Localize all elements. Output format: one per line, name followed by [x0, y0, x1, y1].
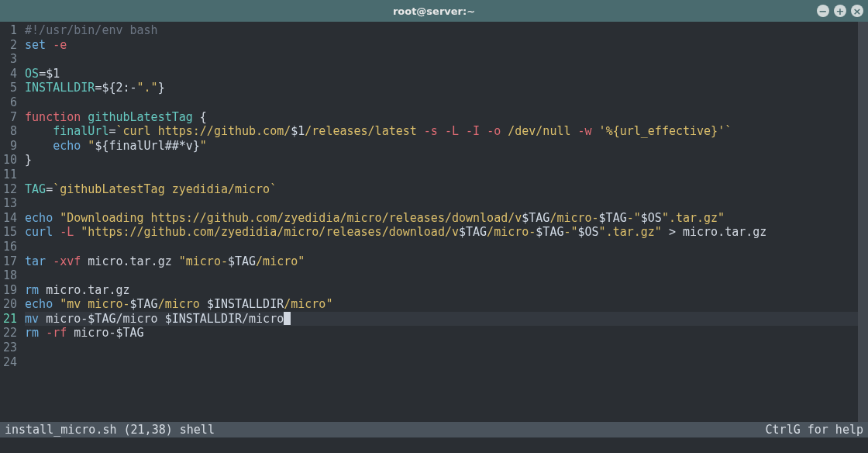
code-content[interactable]: #!/usr/bin/env bashset -e OS=$1INSTALLDI… — [25, 23, 868, 437]
code-line[interactable]: rm micro.tar.gz — [25, 283, 868, 298]
line-number: 5 — [3, 81, 17, 95]
line-number: 3 — [3, 52, 17, 67]
code-line[interactable] — [25, 341, 868, 355]
code-line[interactable]: curl -L "https://github.com/zyedidia/mic… — [25, 225, 868, 240]
line-number-gutter: 1 2 3 4 5 6 7 8 910111213141516171819202… — [0, 23, 25, 437]
line-number: 7 — [3, 110, 17, 125]
text-cursor — [284, 312, 291, 325]
line-number: 18 — [3, 268, 17, 283]
code-line[interactable]: echo "Downloading https://github.com/zye… — [25, 211, 868, 226]
code-line[interactable] — [25, 268, 868, 283]
code-line[interactable] — [25, 52, 868, 67]
code-line[interactable]: set -e — [25, 38, 868, 53]
maximize-button[interactable]: + — [834, 5, 846, 17]
line-number: 12 — [3, 182, 17, 197]
status-left: install_micro.sh (21,38) shell — [5, 423, 215, 437]
line-number: 21 — [3, 312, 17, 327]
code-line[interactable]: #!/usr/bin/env bash — [25, 23, 868, 38]
line-number: 13 — [3, 196, 17, 211]
code-line[interactable]: function githubLatestTag { — [25, 110, 868, 125]
line-number: 11 — [3, 168, 17, 182]
line-number: 1 — [3, 23, 17, 38]
code-line[interactable]: rm -rf micro-$TAG — [25, 326, 868, 341]
line-number: 22 — [3, 326, 17, 341]
code-line[interactable] — [25, 240, 868, 254]
window-titlebar: root@server:~ − + × — [0, 0, 868, 22]
line-number: 17 — [3, 254, 17, 269]
code-line[interactable] — [25, 95, 868, 110]
close-button[interactable]: × — [851, 5, 863, 17]
line-number: 24 — [3, 355, 17, 370]
code-line[interactable]: mv micro-$TAG/micro $INSTALLDIR/micro — [25, 312, 868, 327]
code-line[interactable]: echo "${finalUrl##*v}" — [25, 139, 868, 154]
code-line[interactable]: tar -xvf micro.tar.gz "micro-$TAG/micro" — [25, 254, 868, 269]
line-number: 9 — [3, 139, 17, 154]
line-number: 19 — [3, 283, 17, 298]
code-line[interactable]: INSTALLDIR=${2:-"."} — [25, 81, 868, 95]
code-line[interactable]: } — [25, 153, 868, 168]
code-line[interactable] — [25, 196, 868, 211]
status-bar: install_micro.sh (21,38) shell CtrlG for… — [0, 422, 868, 437]
code-line[interactable]: finalUrl=`curl https://github.com/$1/rel… — [25, 124, 868, 139]
line-number: 14 — [3, 211, 17, 226]
minimize-button[interactable]: − — [817, 5, 829, 17]
code-line[interactable]: echo "mv micro-$TAG/micro $INSTALLDIR/mi… — [25, 297, 868, 312]
line-number: 16 — [3, 240, 17, 254]
line-number: 10 — [3, 153, 17, 168]
editor-area[interactable]: 1 2 3 4 5 6 7 8 910111213141516171819202… — [0, 22, 868, 437]
code-line[interactable]: OS=$1 — [25, 67, 868, 81]
window-controls: − + × — [817, 5, 863, 17]
line-number: 23 — [3, 341, 17, 355]
line-number: 15 — [3, 225, 17, 240]
line-number: 20 — [3, 297, 17, 312]
line-number: 4 — [3, 67, 17, 81]
line-number: 6 — [3, 95, 17, 110]
code-line[interactable] — [25, 355, 868, 370]
line-number: 2 — [3, 38, 17, 53]
window-title: root@server:~ — [393, 5, 475, 17]
scrollbar-thumb[interactable] — [858, 22, 868, 422]
scrollbar-track[interactable] — [858, 22, 868, 422]
status-right: CtrlG for help — [766, 423, 863, 437]
line-number: 8 — [3, 124, 17, 139]
code-line[interactable]: TAG=`githubLatestTag zyedidia/micro` — [25, 182, 868, 197]
code-line[interactable] — [25, 168, 868, 182]
